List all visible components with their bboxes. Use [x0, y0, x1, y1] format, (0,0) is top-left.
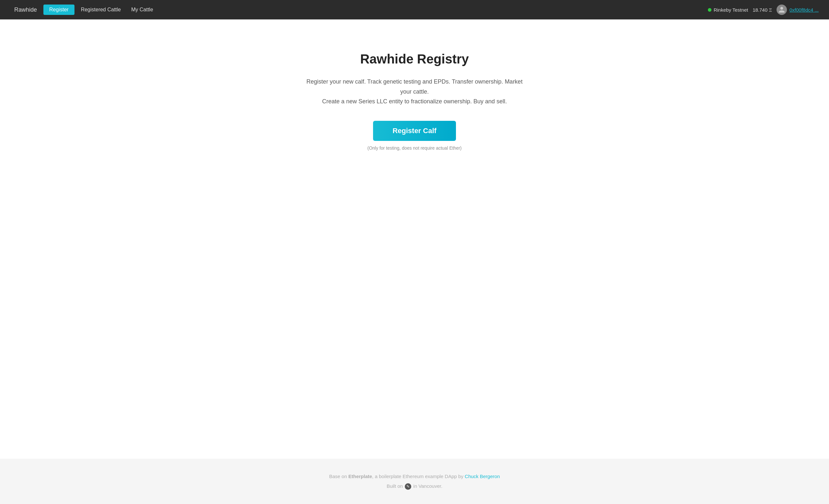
footer: Base on Etherplate, a boilerplate Ethere… [0, 459, 829, 504]
footer-line2: Built on ✎ in Vancouver. [6, 481, 823, 491]
account-area[interactable]: 0xf00f8dc4 ... [777, 4, 819, 15]
main-content: Rawhide Registry Register your new calf.… [0, 20, 829, 459]
footer-etherplate: Etherplate [349, 474, 372, 479]
page-title: Rawhide Registry [360, 52, 469, 66]
network-status-dot [708, 8, 712, 12]
account-address[interactable]: 0xf00f8dc4 ... [790, 7, 819, 13]
register-nav-button[interactable]: Register [43, 4, 74, 15]
footer-line1: Base on Etherplate, a boilerplate Ethere… [6, 472, 823, 481]
footer-base-text: Base on [329, 474, 349, 479]
testing-note: (Only for testing, does not require actu… [367, 145, 462, 151]
page-description: Register your new calf. Track genetic te… [304, 77, 525, 107]
nav-registered-cattle[interactable]: Registered Cattle [77, 5, 125, 14]
network-name: Rinkeby Testnet [714, 7, 748, 13]
footer-built-in-text: in Vancouver. [412, 483, 442, 489]
navbar: Rawhide Register Registered Cattle My Ca… [0, 0, 829, 20]
account-avatar-icon [777, 4, 787, 15]
nav-my-cattle[interactable]: My Cattle [127, 5, 157, 14]
register-calf-button[interactable]: Register Calf [373, 121, 456, 141]
network-indicator: Rinkeby Testnet [708, 7, 748, 13]
nav-right: Rinkeby Testnet 18.740 Ξ 0xf00f8dc4 ... [708, 4, 819, 15]
footer-logo-icon: ✎ [405, 483, 411, 490]
eth-balance: 18.740 Ξ [753, 7, 772, 13]
nav-brand[interactable]: Rawhide [10, 4, 41, 15]
description-line2: Create a new Series LLC entity to fracti… [322, 98, 507, 105]
footer-built-on-text: Built on [387, 483, 404, 489]
description-line1: Register your new calf. Track genetic te… [307, 78, 522, 95]
footer-boilerplate-text: , a boilerplate Ethereum example DApp by [372, 474, 465, 479]
footer-author-link[interactable]: Chuck Bergeron [465, 474, 500, 479]
nav-left: Rawhide Register Registered Cattle My Ca… [10, 4, 157, 15]
